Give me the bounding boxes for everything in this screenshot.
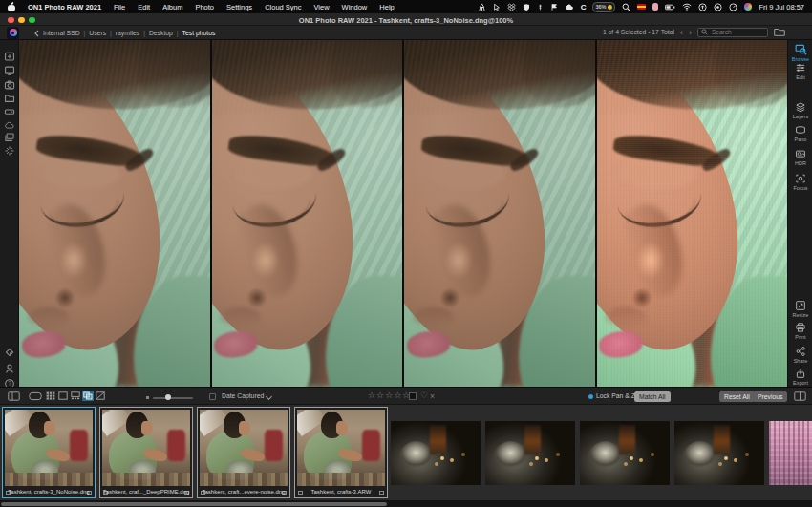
breadcrumb-test-photos[interactable]: Test photos bbox=[182, 30, 216, 36]
filmstrip-thumb-5[interactable] bbox=[391, 421, 481, 485]
breadcrumb-internal-ssd[interactable]: Internal SSD bbox=[43, 30, 80, 36]
module-pano[interactable]: Pano bbox=[788, 124, 812, 142]
search-box[interactable] bbox=[697, 28, 768, 37]
module-focus[interactable]: Focus bbox=[788, 173, 812, 191]
compare-pane-1[interactable] bbox=[19, 40, 210, 387]
module-print[interactable]: Print bbox=[788, 322, 812, 340]
filmstrip-scrollbar-handle[interactable] bbox=[1, 502, 387, 506]
add-source-icon[interactable] bbox=[4, 51, 15, 62]
module-edit[interactable]: Edit bbox=[788, 62, 812, 80]
filmstrip-panel-toggle-icon[interactable] bbox=[794, 391, 806, 401]
lock-indicator-dot[interactable] bbox=[588, 394, 593, 399]
menu-settings[interactable]: Settings bbox=[226, 3, 252, 11]
color-wheel-icon[interactable] bbox=[744, 3, 752, 11]
breadcrumb-users[interactable]: Users bbox=[89, 30, 106, 36]
menu-window[interactable]: Window bbox=[342, 3, 368, 11]
cloud-icon[interactable] bbox=[4, 119, 15, 131]
menu-file[interactable]: File bbox=[114, 3, 125, 11]
previous-photo-chevron[interactable]: ‹ bbox=[680, 28, 683, 37]
on1-logo[interactable] bbox=[7, 27, 19, 39]
filmstrip-thumb-7[interactable] bbox=[580, 421, 670, 485]
keyboard-lang-es-icon[interactable] bbox=[637, 4, 646, 10]
module-layers[interactable]: Layers bbox=[788, 101, 812, 119]
detail-view-icon[interactable] bbox=[57, 391, 69, 401]
menu-help[interactable]: Help bbox=[379, 3, 394, 11]
module-export[interactable]: Export bbox=[788, 368, 812, 386]
color-label-swatch[interactable] bbox=[409, 392, 417, 400]
cursor-icon[interactable] bbox=[493, 3, 501, 11]
thumbnail-size-slider[interactable] bbox=[153, 397, 193, 399]
macos-menubar: ON1 Photo RAW 2021 File Edit Album Photo… bbox=[0, 0, 812, 13]
battery-icon[interactable] bbox=[665, 4, 675, 11]
map-view-icon[interactable] bbox=[95, 391, 106, 401]
sort-checkbox[interactable] bbox=[209, 393, 216, 400]
compare-pane-2[interactable] bbox=[212, 40, 403, 387]
filmstrip-scrollbar[interactable] bbox=[0, 500, 812, 507]
filmstrip-thumb-8[interactable] bbox=[674, 421, 764, 485]
shield-icon[interactable] bbox=[523, 3, 530, 11]
compare-view-icon[interactable] bbox=[82, 391, 94, 401]
next-photo-chevron[interactable]: › bbox=[689, 28, 692, 37]
resize-icon bbox=[795, 300, 806, 311]
menubar-clock[interactable]: Fri 9 Jul 08:57 bbox=[759, 3, 804, 11]
wifi-icon[interactable] bbox=[682, 3, 692, 11]
flag-icon[interactable] bbox=[550, 3, 558, 11]
people-icon[interactable] bbox=[4, 363, 15, 374]
folder-panel-icon[interactable] bbox=[774, 28, 785, 36]
filmstrip-thumb-4[interactable]: Tashkent, crafts-3.ARW bbox=[294, 407, 388, 498]
computer-icon[interactable] bbox=[4, 65, 15, 76]
thumbnail-size-slider-knob[interactable] bbox=[165, 394, 171, 400]
c-app-icon[interactable]: C bbox=[581, 3, 587, 11]
spotlight-icon[interactable] bbox=[622, 3, 630, 11]
apple-menu-icon[interactable] bbox=[8, 3, 15, 11]
filmstrip-thumb-3[interactable]: Tashkent, craft...evere-noise.dng bbox=[197, 407, 290, 498]
sidebar-toggle-icon[interactable] bbox=[8, 391, 20, 401]
filmstrip-view-icon[interactable] bbox=[70, 391, 81, 401]
breadcrumb-raymiles[interactable]: raymiles bbox=[116, 30, 139, 36]
tripod-icon[interactable] bbox=[478, 3, 486, 11]
battery-pill-icon[interactable]: 36% bbox=[592, 2, 615, 12]
dot-circle-icon[interactable] bbox=[714, 3, 722, 11]
antenna-icon[interactable] bbox=[537, 3, 544, 11]
match-all-button[interactable]: Match All bbox=[634, 391, 671, 402]
menubar-app-name[interactable]: ON1 Photo RAW 2021 bbox=[28, 3, 101, 11]
albums-icon[interactable] bbox=[4, 132, 15, 143]
gauge-icon[interactable] bbox=[729, 3, 737, 11]
filmstrip-thumb-6[interactable] bbox=[485, 421, 575, 485]
previous-button[interactable]: Previous bbox=[753, 391, 787, 402]
cloud-icon[interactable] bbox=[565, 3, 574, 11]
grid-view-icon[interactable] bbox=[45, 391, 56, 401]
right-module-rail: Browse Edit Layers Pano HDR Focus Resize bbox=[787, 40, 812, 387]
star-rating[interactable]: ☆☆☆☆☆ bbox=[368, 391, 411, 400]
sort-dropdown[interactable]: Date Captured bbox=[222, 392, 264, 399]
menu-cloud-sync[interactable]: Cloud Sync bbox=[265, 3, 301, 11]
module-hdr[interactable]: HDR bbox=[788, 148, 812, 166]
compare-pane-4[interactable] bbox=[597, 40, 788, 387]
reset-all-button[interactable]: Reset All bbox=[719, 391, 755, 402]
back-chevron-icon[interactable] bbox=[34, 30, 39, 37]
smart-album-icon[interactable] bbox=[4, 145, 15, 157]
menu-view[interactable]: View bbox=[313, 3, 329, 11]
sync-circle-icon[interactable] bbox=[698, 3, 707, 11]
map-pin-icon[interactable] bbox=[4, 347, 15, 358]
menu-photo[interactable]: Photo bbox=[195, 3, 214, 11]
search-input[interactable] bbox=[710, 28, 764, 36]
menu-album[interactable]: Album bbox=[162, 3, 182, 11]
reject-icon[interactable]: × bbox=[430, 391, 435, 401]
filmstrip-thumb-9[interactable] bbox=[769, 421, 812, 485]
compare-pane-3[interactable] bbox=[404, 40, 595, 387]
module-resize[interactable]: Resize bbox=[788, 300, 812, 318]
drive-icon[interactable] bbox=[4, 106, 15, 117]
camera-icon[interactable] bbox=[4, 79, 15, 91]
module-browse[interactable]: Browse bbox=[788, 43, 812, 62]
preview-drawer-icon[interactable] bbox=[29, 391, 42, 401]
module-share[interactable]: Share bbox=[788, 346, 812, 364]
menu-edit[interactable]: Edit bbox=[138, 3, 150, 11]
filmstrip-thumb-1[interactable]: Tashkent, crafts-3_NoNoise.dng bbox=[2, 407, 96, 498]
like-icon[interactable]: ♡ bbox=[420, 391, 428, 400]
folder-icon[interactable] bbox=[4, 93, 15, 104]
pink-app-icon[interactable] bbox=[652, 3, 658, 11]
dropbox-icon[interactable] bbox=[507, 3, 516, 11]
filmstrip-thumb-2[interactable]: Tashkent, craf..._DeepPRIME.dng bbox=[99, 407, 193, 498]
breadcrumb-desktop[interactable]: Desktop bbox=[149, 30, 173, 36]
